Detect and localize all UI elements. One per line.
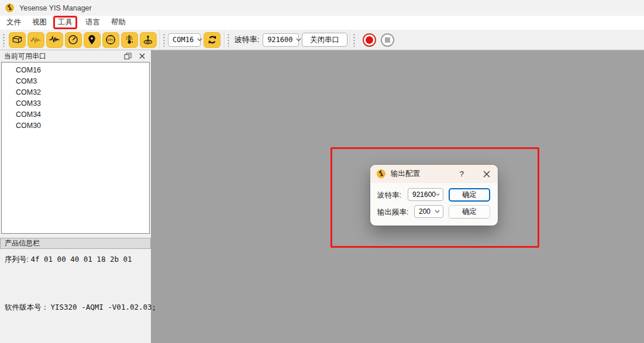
close-x-icon bbox=[139, 53, 145, 59]
thermometer-icon bbox=[123, 34, 135, 46]
waveform-icon bbox=[49, 34, 60, 46]
stop-icon bbox=[385, 37, 390, 43]
dialog-rate-select[interactable]: 200 bbox=[414, 205, 443, 218]
port-list-item[interactable]: COM16 bbox=[2, 65, 149, 76]
firmware-version-value: YIS320 -AQMI -V01.02.03; bbox=[50, 303, 156, 311]
3d-view-button[interactable] bbox=[9, 32, 26, 48]
gauge-icon bbox=[67, 34, 79, 46]
yesense-logo-icon bbox=[5, 3, 15, 13]
chevron-down-icon bbox=[435, 210, 440, 213]
location-pin-icon bbox=[86, 34, 98, 46]
available-ports-list: COM16 COM3 COM32 COM33 COM34 COM30 bbox=[1, 62, 150, 234]
dialog-baud-value: 921600 bbox=[412, 190, 436, 199]
menu-file[interactable]: 文件 bbox=[2, 16, 26, 29]
gauge-button[interactable] bbox=[65, 32, 82, 48]
toolbar: UTC COM16 bbox=[0, 29, 644, 50]
refresh-sync-icon bbox=[206, 34, 218, 46]
baud-rate-value: 921600 bbox=[267, 36, 292, 44]
cube-3d-icon bbox=[11, 34, 23, 46]
menu-tools[interactable]: 工具 bbox=[53, 16, 77, 29]
product-info-header: 产品信息栏 bbox=[0, 238, 151, 249]
utc-clock-icon: UTC bbox=[105, 34, 116, 46]
baud-rate-select[interactable]: 921600 bbox=[263, 33, 299, 47]
com-port-value: COM16 bbox=[173, 36, 194, 44]
location-button[interactable] bbox=[84, 32, 101, 48]
toolbar-separator bbox=[160, 30, 160, 50]
refresh-ports-button[interactable] bbox=[204, 32, 221, 48]
chevron-down-icon bbox=[197, 38, 202, 41]
svg-text:UTC: UTC bbox=[108, 38, 113, 41]
toolbar-grip-handle[interactable] bbox=[162, 33, 166, 47]
attitude-joystick-icon bbox=[142, 34, 154, 46]
titlebar: Yesense YIS Manager bbox=[0, 0, 644, 16]
dialog-rate-value: 200 bbox=[419, 207, 431, 216]
serial-ports-dock: 当前可用串口 COM16 COM3 COM32 COM33 COM34 COM3… bbox=[0, 50, 151, 343]
dialog-baud-confirm-button[interactable]: 确定 bbox=[449, 188, 490, 202]
menu-help[interactable]: 帮助 bbox=[106, 16, 130, 29]
dialog-baud-select[interactable]: 921600 bbox=[408, 188, 443, 201]
dialog-help-button[interactable]: ? bbox=[456, 169, 467, 178]
baud-rate-label: 波特率: bbox=[235, 34, 260, 45]
com-port-select[interactable]: COM16 bbox=[168, 33, 201, 47]
record-button[interactable] bbox=[363, 33, 376, 47]
serial-number-value: 4f 01 00 40 01 18 2b 01 bbox=[30, 255, 132, 264]
dialog-baud-label: 波特率: bbox=[377, 189, 401, 202]
dialog-title: 输出配置 bbox=[391, 169, 420, 179]
menubar: 文件 视图 工具 语言 帮助 bbox=[0, 16, 644, 29]
app-window: Yesense YIS Manager 文件 视图 工具 语言 帮助 bbox=[0, 0, 644, 343]
port-list-item[interactable]: COM30 bbox=[2, 120, 149, 131]
close-x-icon bbox=[483, 171, 490, 178]
chevron-down-icon bbox=[296, 38, 301, 41]
float-panel-button[interactable] bbox=[123, 53, 132, 60]
toolbar-grip-handle[interactable] bbox=[352, 33, 356, 47]
port-list-item[interactable]: COM32 bbox=[2, 87, 149, 98]
waveform-dim-icon bbox=[30, 34, 42, 46]
dialog-rate-confirm-button[interactable]: 确定 bbox=[449, 205, 490, 219]
waveform-secondary-button[interactable] bbox=[27, 32, 44, 48]
chevron-down-icon bbox=[436, 193, 440, 196]
port-list-item[interactable]: COM3 bbox=[2, 76, 149, 87]
port-list-item[interactable]: COM33 bbox=[2, 98, 149, 109]
dock-header: 当前可用串口 bbox=[0, 50, 151, 62]
attitude-button[interactable] bbox=[140, 32, 157, 48]
toolbar-grip-handle[interactable] bbox=[226, 33, 230, 47]
dialog-titlebar: 输出配置 ? bbox=[370, 165, 498, 183]
temperature-button[interactable] bbox=[121, 32, 138, 48]
toolbar-separator bbox=[224, 30, 225, 50]
utc-clock-button[interactable]: UTC bbox=[102, 32, 119, 48]
serial-number-label: 序列号: bbox=[5, 255, 29, 264]
menu-language[interactable]: 语言 bbox=[81, 16, 105, 29]
close-serial-port-button[interactable]: 关闭串口 bbox=[302, 33, 347, 47]
output-config-dialog: 输出配置 ? 波特率: 921600 确定 输出频率: 200 确定 bbox=[370, 165, 498, 226]
dock-title: 当前可用串口 bbox=[4, 51, 46, 61]
firmware-version-label: 软件版本号： bbox=[5, 303, 49, 311]
float-panel-icon bbox=[124, 53, 132, 60]
serial-number-row: 序列号: 4f 01 00 40 01 18 2b 01 bbox=[5, 255, 132, 265]
yesense-logo-icon bbox=[376, 169, 386, 179]
record-icon bbox=[366, 36, 373, 44]
firmware-version-row: 软件版本号： YIS320 -AQMI -V01.02.03; bbox=[5, 303, 156, 313]
toolbar-separator bbox=[350, 30, 350, 50]
window-title: Yesense YIS Manager bbox=[19, 4, 92, 12]
dock-close-button[interactable] bbox=[137, 53, 147, 60]
waveform-button[interactable] bbox=[46, 32, 63, 48]
menu-view[interactable]: 视图 bbox=[27, 16, 51, 29]
dialog-rate-label: 输出频率: bbox=[377, 206, 408, 219]
stop-button[interactable] bbox=[381, 33, 394, 47]
dialog-close-button[interactable] bbox=[483, 170, 491, 178]
toolbar-grip-handle[interactable] bbox=[2, 33, 5, 47]
port-list-item[interactable]: COM34 bbox=[2, 109, 149, 120]
